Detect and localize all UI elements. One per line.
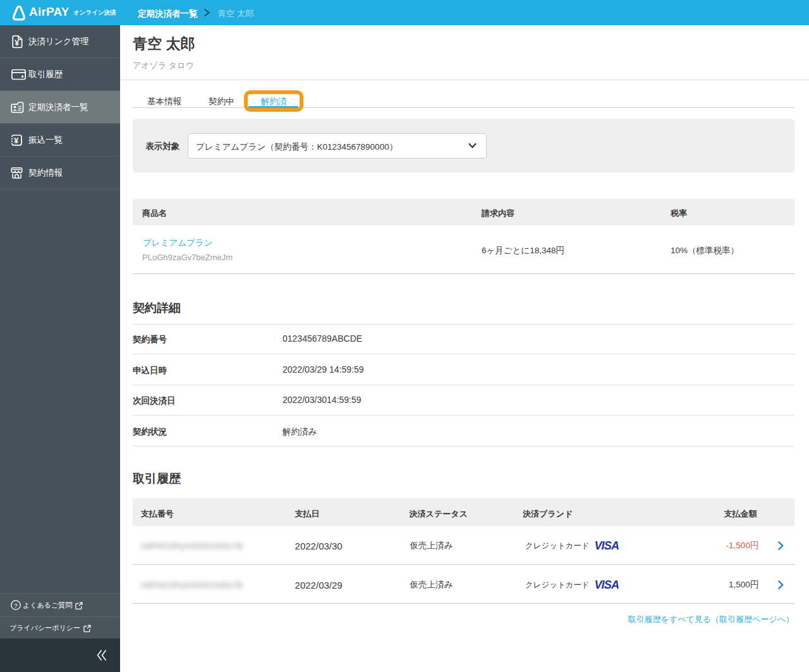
- svg-text:¥: ¥: [14, 135, 19, 145]
- svg-text:?: ?: [14, 602, 17, 609]
- svg-text:¥: ¥: [15, 38, 19, 47]
